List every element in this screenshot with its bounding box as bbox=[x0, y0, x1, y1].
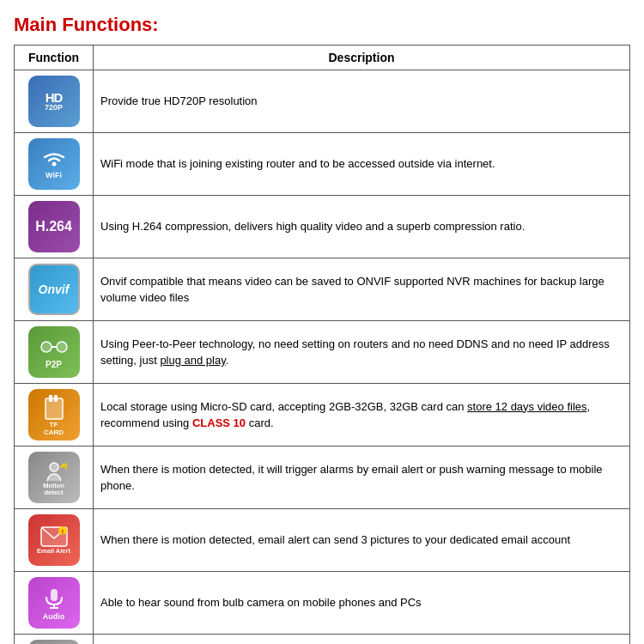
description-cell: When there is motion detected, it will t… bbox=[94, 447, 630, 509]
svg-rect-4 bbox=[46, 398, 63, 419]
function-cell: ! Email Alert bbox=[15, 509, 94, 572]
description-cell: WiFi mode that is joining existing route… bbox=[94, 133, 630, 196]
table-row: ! Email Alert When there is motion detec… bbox=[15, 509, 630, 572]
description-cell: When there is motion detected, email ale… bbox=[94, 509, 630, 572]
table-row: H.264 Using H.264 compression, delivers … bbox=[15, 196, 630, 258]
description-cell: Local storage using Micro-SD card, accep… bbox=[94, 384, 630, 447]
table-row: P2P Using Peer-to-Peer technology, no ne… bbox=[15, 321, 630, 384]
page-title: Main Functions: bbox=[14, 14, 630, 36]
table-row: Onvif Onvif compatible that means video … bbox=[15, 258, 630, 321]
description-cell: Using H.264 compression, delivers high q… bbox=[94, 196, 630, 258]
table-row: HD 720P Provide true HD720P resolution bbox=[15, 70, 630, 133]
function-cell: P2P bbox=[15, 321, 94, 384]
description-cell: Onvif compatible that means video can be… bbox=[94, 258, 630, 321]
function-cell: Audio bbox=[15, 572, 94, 635]
table-row: IR Cut Built-in IR-cut, no color casting bbox=[15, 635, 630, 645]
svg-point-2 bbox=[57, 342, 67, 352]
description-cell: Able to hear sound from bulb camera on m… bbox=[94, 572, 630, 635]
function-cell: IR Cut bbox=[15, 635, 94, 645]
table-row: WiFi WiFi mode that is joining existing … bbox=[15, 133, 630, 196]
function-cell: HD 720P bbox=[15, 70, 94, 133]
function-cell: Motiondetect bbox=[15, 447, 94, 509]
svg-point-0 bbox=[52, 162, 56, 167]
svg-rect-11 bbox=[51, 589, 58, 601]
svg-rect-5 bbox=[49, 395, 52, 402]
table-row: Motiondetect When there is motion detect… bbox=[15, 447, 630, 509]
description-cell: Using Peer-to-Peer technology, no need s… bbox=[94, 321, 630, 384]
col-header-function: Function bbox=[15, 46, 94, 70]
svg-point-7 bbox=[50, 463, 58, 471]
table-row: TFCARD Local storage using Micro-SD card… bbox=[15, 384, 630, 447]
function-cell: H.264 bbox=[15, 196, 94, 258]
function-cell: TFCARD bbox=[15, 384, 94, 447]
svg-text:!: ! bbox=[61, 529, 63, 535]
functions-table: Function Description HD 720P Provide tru… bbox=[14, 45, 630, 644]
svg-point-1 bbox=[41, 342, 52, 352]
table-row: Audio Able to hear sound from bulb camer… bbox=[15, 572, 630, 635]
description-cell: Provide true HD720P resolution bbox=[94, 70, 630, 133]
function-cell: WiFi bbox=[15, 133, 94, 196]
description-cell: Built-in IR-cut, no color casting bbox=[94, 635, 630, 645]
svg-rect-6 bbox=[54, 395, 58, 402]
function-cell: Onvif bbox=[15, 258, 94, 321]
col-header-description: Description bbox=[94, 46, 630, 70]
